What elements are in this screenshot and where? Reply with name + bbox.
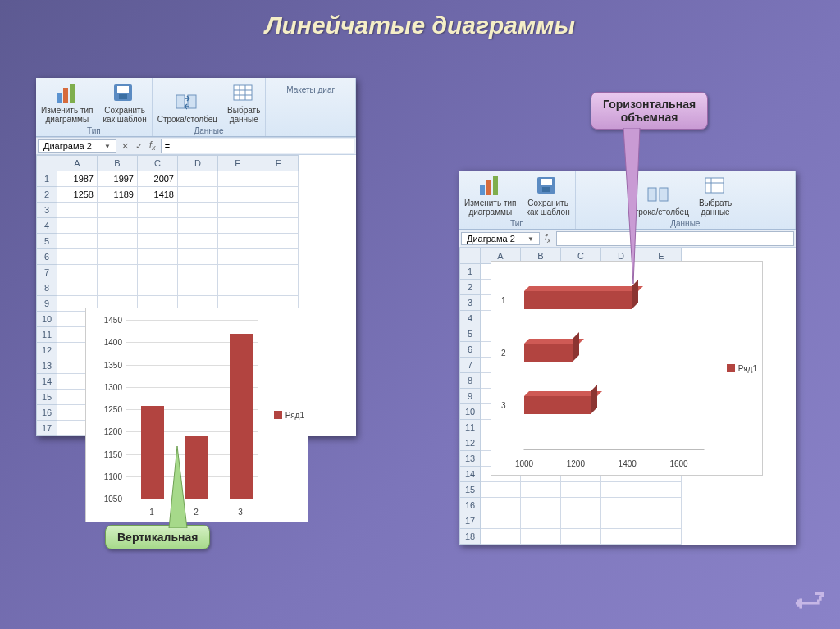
legend-label: Ряд1 — [738, 364, 757, 373]
button-label: Выбрать данные — [699, 198, 732, 217]
change-chart-type-button[interactable]: Изменить тип диаграммы — [459, 171, 521, 218]
svg-rect-2 — [70, 84, 75, 103]
bar-chart-icon — [477, 174, 504, 197]
svg-rect-4 — [117, 86, 129, 93]
svg-rect-25 — [541, 179, 552, 185]
back-arrow-button[interactable]: ⮐ — [794, 582, 825, 618]
fx-icon[interactable]: fx — [146, 139, 159, 152]
ribbon-group-title: Тип — [510, 218, 524, 229]
callout-text: Горизонтальная объемная — [591, 92, 708, 130]
switch-row-column-button[interactable]: Строка/столбец — [153, 78, 222, 125]
svg-rect-6 — [176, 95, 185, 108]
svg-rect-23 — [493, 176, 498, 195]
formula-input[interactable] — [556, 231, 794, 246]
svg-rect-29 — [705, 178, 724, 193]
svg-rect-5 — [119, 94, 127, 99]
switch-icon — [173, 90, 201, 113]
save-as-template-button[interactable]: Сохранить как шаблон — [521, 171, 574, 218]
svg-marker-33 — [623, 128, 640, 284]
svg-rect-22 — [486, 180, 491, 195]
svg-rect-8 — [234, 85, 252, 100]
legend-label: Ряд1 — [285, 411, 304, 420]
svg-rect-26 — [542, 187, 550, 192]
button-label: Сохранить как шаблон — [526, 198, 569, 217]
button-label: Изменить тип диаграммы — [464, 198, 516, 217]
fx-icon[interactable]: fx — [541, 232, 555, 244]
name-box[interactable]: Диаграма 2 ▼ — [461, 232, 540, 245]
legend-swatch — [274, 411, 282, 419]
svg-rect-1 — [63, 88, 68, 103]
dropdown-icon: ▼ — [104, 143, 111, 150]
slide-title: Линейчатые диаграммы — [0, 11, 840, 39]
dropdown-icon: ▼ — [527, 235, 534, 243]
chart-legend: Ряд1 — [727, 364, 757, 373]
chart-legend: Ряд1 — [274, 411, 304, 420]
svg-rect-28 — [660, 188, 668, 201]
bar-chart-icon — [53, 81, 81, 104]
name-box-value: Диаграма 2 — [467, 234, 515, 244]
callout-tail-icon — [162, 446, 195, 528]
change-chart-type-button[interactable]: Изменить тип диаграммы — [36, 78, 98, 125]
button-label: Выбрать данные — [227, 106, 260, 124]
horizontal-3d-bar-chart[interactable]: Ряд1 3211000120014001600 — [491, 261, 763, 476]
save-template-icon — [111, 81, 139, 104]
formula-input[interactable]: = — [161, 139, 354, 153]
svg-rect-27 — [648, 188, 656, 201]
name-box-value: Диаграма 2 — [43, 141, 92, 151]
excel-screenshot-left: Изменить тип диаграммы Сохранить как шаб… — [36, 78, 356, 436]
button-label: Изменить тип диаграммы — [41, 106, 93, 124]
ribbon-group-title: Тип — [87, 125, 101, 136]
button-label: Строка/столбец — [158, 115, 217, 124]
select-data-icon — [701, 174, 729, 197]
select-data-icon — [230, 81, 258, 104]
select-data-button[interactable]: Выбрать данные — [694, 171, 737, 218]
legend-swatch — [727, 364, 735, 372]
svg-rect-0 — [57, 93, 62, 103]
cancel-icon[interactable]: ✕ — [118, 141, 132, 152]
formula-bar: Диаграма 2 ▼ ✕ ✓ fx = — [36, 137, 356, 155]
save-as-template-button[interactable]: Сохранить как шаблон — [98, 78, 151, 125]
ribbon-group-title: Макеты диаг — [286, 84, 335, 95]
vertical-bar-chart[interactable]: Ряд1 10501100115012001250130013501400145… — [85, 308, 308, 522]
name-box[interactable]: Диаграма 2 ▼ — [38, 139, 116, 153]
callout-vertical: Вертикальная — [105, 525, 210, 549]
ribbon-group-title: Данные — [670, 218, 700, 229]
ribbon: Изменить тип диаграммы Сохранить как шаб… — [36, 78, 356, 137]
select-data-button[interactable]: Выбрать данные — [222, 78, 265, 125]
accept-icon[interactable]: ✓ — [132, 141, 146, 152]
switch-icon — [645, 183, 673, 206]
callout-horizontal-3d: Горизонтальная объемная — [591, 92, 708, 130]
callout-tail-icon — [615, 128, 648, 284]
save-template-icon — [534, 174, 562, 197]
button-label: Сохранить как шаблон — [103, 106, 146, 124]
svg-rect-21 — [480, 185, 485, 195]
callout-text: Вертикальная — [105, 525, 210, 549]
ribbon-group-title: Данные — [194, 125, 223, 136]
svg-marker-34 — [169, 446, 187, 528]
